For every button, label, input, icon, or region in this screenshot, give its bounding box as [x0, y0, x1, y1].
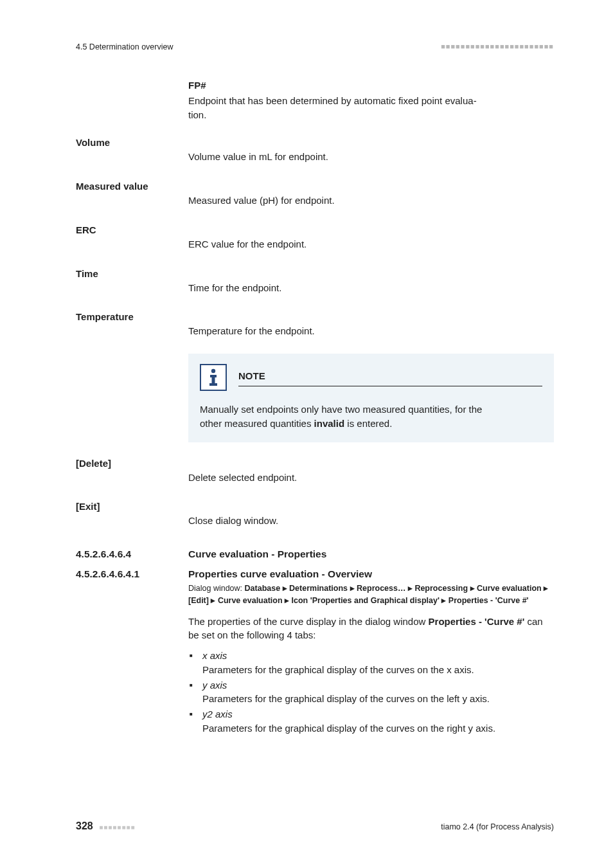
header-ornament: ■■■■■■■■■■■■■■■■■■■■■■■: [441, 42, 554, 52]
action-delete: [Delete] Delete selected endpoint.: [76, 457, 554, 487]
text: is entered.: [344, 418, 392, 429]
header-section: 4.5 Determination overview: [76, 41, 173, 53]
fp-description: Endpoint that has been determined by aut…: [188, 94, 554, 122]
section-number: 4.5.2.6.4.6.4: [76, 547, 188, 561]
definition-time: Time Time for the endpoint.: [76, 267, 554, 298]
text: Dialog window:: [188, 584, 245, 593]
text: other measured quantities: [200, 418, 314, 429]
text: Endpoint that has been determined by aut…: [188, 95, 477, 106]
term-label: ERC: [76, 223, 188, 254]
term-text: Temperature for the endpoint.: [188, 324, 554, 338]
action-text: Close dialog window.: [188, 514, 554, 528]
info-icon: [200, 364, 227, 391]
section-title: Properties curve evaluation - Overview: [188, 567, 554, 581]
svg-rect-3: [209, 383, 217, 386]
list-item: y axis Parameters for the graphical disp…: [188, 678, 554, 707]
definition-volume: Volume Volume value in mL for endpoint.: [76, 136, 554, 167]
svg-rect-2: [212, 375, 215, 384]
intro-paragraph: The properties of the curve display in t…: [188, 615, 554, 643]
note-box: NOTE Manually set endpoints only have tw…: [188, 354, 554, 442]
term-label: Volume: [76, 136, 188, 167]
action-label: [Delete]: [76, 457, 188, 487]
term-text: Volume value in mL for endpoint.: [188, 150, 554, 164]
tab-description: Parameters for the graphical display of …: [202, 723, 495, 734]
tab-name: y2 axis: [202, 709, 233, 719]
term-label: Time: [76, 267, 188, 298]
definition-temperature: Temperature Temperature for the endpoint…: [76, 310, 554, 341]
tab-name: y axis: [202, 680, 227, 691]
action-label: [Exit]: [76, 500, 188, 530]
definition-measured-value: Measured value Measured value (pH) for e…: [76, 179, 554, 210]
footer-left: 328 ■■■■■■■■: [76, 818, 136, 833]
divider: [238, 386, 542, 386]
running-header: 4.5 Determination overview ■■■■■■■■■■■■■…: [76, 41, 554, 53]
text: tion.: [188, 109, 206, 120]
term-text: Measured value (pH) for endpoint.: [188, 194, 554, 208]
term-label: Measured value: [76, 179, 188, 210]
tab-description: Parameters for the graphical display of …: [202, 664, 474, 675]
term-label: Temperature: [76, 310, 188, 341]
tab-name: x axis: [202, 650, 227, 661]
action-text: Delete selected endpoint.: [188, 471, 554, 485]
list-item: y2 axis Parameters for the graphical dis…: [188, 707, 554, 736]
page-number: 328: [76, 820, 93, 831]
tab-description: Parameters for the graphical display of …: [202, 693, 490, 704]
note-body: Manually set endpoints only have two mea…: [200, 402, 542, 431]
section-title: Curve evaluation - Properties: [188, 547, 554, 561]
term-text: ERC value for the endpoint.: [188, 237, 554, 251]
text: invalid: [314, 418, 345, 429]
text: Properties - 'Curve #': [429, 616, 525, 627]
text: The properties of the curve display in t…: [188, 616, 429, 627]
section-heading-2: 4.5.2.6.4.6.4.1 Properties curve evaluat…: [76, 567, 554, 581]
section-number: 4.5.2.6.4.6.4.1: [76, 567, 188, 581]
svg-point-0: [211, 369, 215, 373]
term-text: Time for the endpoint.: [188, 281, 554, 295]
page-footer: 328 ■■■■■■■■ tiamo 2.4 (for Process Anal…: [76, 818, 554, 833]
definition-erc: ERC ERC value for the endpoint.: [76, 223, 554, 254]
action-exit: [Exit] Close dialog window.: [76, 500, 554, 530]
fp-label: FP#: [188, 78, 554, 93]
text: Manually set endpoints only have two mea…: [200, 404, 482, 415]
tabs-list: x axis Parameters for the graphical disp…: [188, 649, 554, 736]
note-title: NOTE: [238, 369, 542, 386]
list-item: x axis Parameters for the graphical disp…: [188, 649, 554, 677]
section-heading-1: 4.5.2.6.4.6.4 Curve evaluation - Propert…: [76, 547, 554, 561]
fp-definition: FP# Endpoint that has been determined by…: [188, 78, 554, 122]
breadcrumb: Dialog window: Database ▸ Determinations…: [188, 583, 554, 607]
page-content: FP# Endpoint that has been determined by…: [76, 78, 554, 735]
note-header: NOTE: [200, 364, 542, 391]
footer-ornament: ■■■■■■■■: [99, 824, 135, 831]
footer-product: tiamo 2.4 (for Process Analysis): [441, 821, 554, 833]
